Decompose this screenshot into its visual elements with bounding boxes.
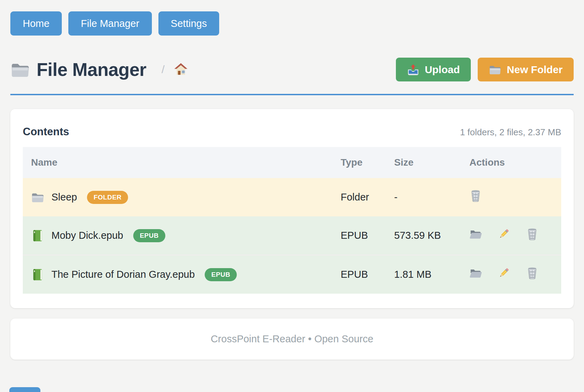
new-folder-button[interactable]: New Folder <box>478 58 574 81</box>
folder-badge: FOLDER <box>87 191 128 204</box>
file-type: EPUB <box>332 216 386 255</box>
new-folder-button-label: New Folder <box>507 64 563 76</box>
table-row-dorian-gray: The Picture of Dorian Gray.epub EPUB EPU… <box>23 255 561 294</box>
table-row-moby-dick: Moby Dick.epub EPUB EPUB 573.59 KB <box>23 216 561 255</box>
move-button[interactable] <box>469 228 482 243</box>
house-icon[interactable] <box>174 62 188 77</box>
file-size: 573.59 KB <box>386 216 461 255</box>
trash-icon <box>469 189 482 202</box>
open-folder-icon <box>469 228 482 240</box>
open-folder-icon <box>469 267 482 279</box>
pencil-icon <box>498 228 510 240</box>
nav-file-manager-button[interactable]: File Manager <box>68 11 152 36</box>
folder-icon <box>10 60 30 79</box>
file-name: The Picture of Dorian Gray.epub <box>51 269 195 280</box>
contents-title: Contents <box>23 126 69 138</box>
footer-card: CrossPoint E-Reader • Open Source <box>10 318 574 360</box>
epub-badge: EPUB <box>133 229 165 242</box>
nav-home-button[interactable]: Home <box>10 11 62 36</box>
rename-button[interactable] <box>498 267 510 282</box>
table-row-sleep[interactable]: Sleep FOLDER Folder - <box>23 178 561 216</box>
breadcrumb-separator: / <box>162 63 165 76</box>
column-header-type: Type <box>332 147 386 178</box>
delete-button[interactable] <box>526 267 538 282</box>
book-icon <box>31 229 44 242</box>
page-header: File Manager / Upload New Folder <box>10 58 574 81</box>
file-name: Moby Dick.epub <box>51 230 123 241</box>
footer-text: CrossPoint E-Reader • Open Source <box>211 333 373 344</box>
book-icon <box>31 268 44 281</box>
files-table: Name Type Size Actions Sleep FOLDER Fold… <box>23 147 561 294</box>
column-header-size: Size <box>386 147 461 178</box>
page-title: File Manager <box>37 59 146 80</box>
table-header-row: Name Type Size Actions <box>23 147 561 178</box>
contents-card-header: Contents 1 folders, 2 files, 2.37 MB <box>23 119 561 147</box>
file-name: Sleep <box>51 192 77 203</box>
file-size: 1.81 MB <box>386 255 461 294</box>
trash-icon <box>526 228 538 240</box>
folder-icon <box>31 191 44 204</box>
file-size: - <box>386 178 461 216</box>
file-type: EPUB <box>332 255 386 294</box>
folder-icon <box>489 63 501 76</box>
partial-nav-button <box>9 387 40 392</box>
upload-icon <box>407 63 419 76</box>
column-header-name: Name <box>23 147 332 178</box>
epub-badge: EPUB <box>205 268 237 281</box>
contents-card: Contents 1 folders, 2 files, 2.37 MB Nam… <box>10 109 574 308</box>
top-nav: Home File Manager Settings <box>0 0 584 36</box>
nav-settings-button[interactable]: Settings <box>158 11 220 36</box>
delete-button[interactable] <box>469 189 482 205</box>
delete-button[interactable] <box>526 228 538 243</box>
header-actions: Upload New Folder <box>396 58 574 81</box>
trash-icon <box>526 267 538 279</box>
upload-button-label: Upload <box>425 64 460 76</box>
column-header-actions: Actions <box>461 147 561 178</box>
title-divider <box>10 94 574 95</box>
upload-button[interactable]: Upload <box>396 58 471 81</box>
contents-summary: 1 folders, 2 files, 2.37 MB <box>460 127 561 138</box>
title-group: File Manager / <box>10 59 188 80</box>
move-button[interactable] <box>469 267 482 282</box>
file-type: Folder <box>332 178 386 216</box>
rename-button[interactable] <box>498 228 510 243</box>
pencil-icon <box>498 267 510 279</box>
